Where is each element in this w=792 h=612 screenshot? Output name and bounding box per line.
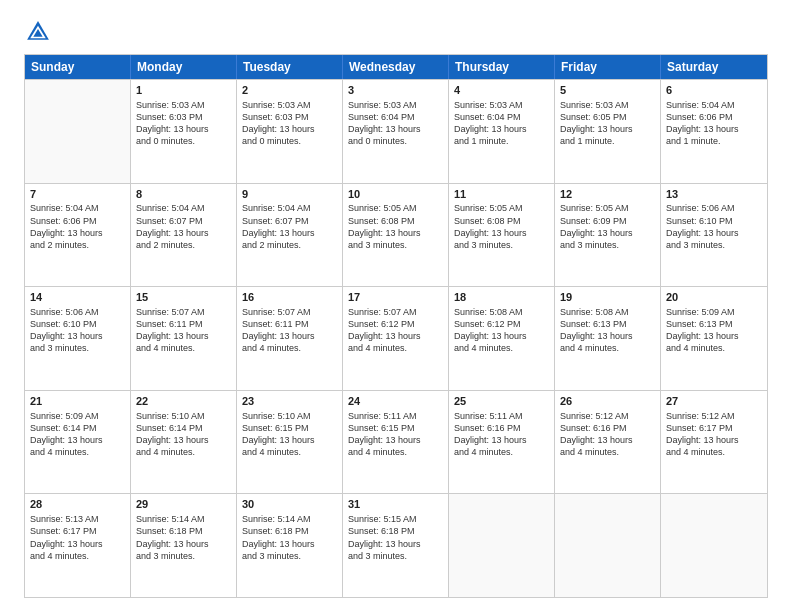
cell-line: and 4 minutes. <box>136 342 231 354</box>
calendar-cell-0-2: 2Sunrise: 5:03 AMSunset: 6:03 PMDaylight… <box>237 80 343 183</box>
cell-line: Sunrise: 5:03 AM <box>454 99 549 111</box>
cell-line: Sunset: 6:15 PM <box>348 422 443 434</box>
cell-line: Sunset: 6:12 PM <box>348 318 443 330</box>
calendar-row-4: 28Sunrise: 5:13 AMSunset: 6:17 PMDayligh… <box>25 493 767 597</box>
cell-line: and 4 minutes. <box>30 446 125 458</box>
cell-line: Daylight: 13 hours <box>348 434 443 446</box>
cell-line: and 4 minutes. <box>30 550 125 562</box>
calendar-row-1: 7Sunrise: 5:04 AMSunset: 6:06 PMDaylight… <box>25 183 767 287</box>
cell-line: Sunrise: 5:04 AM <box>242 202 337 214</box>
calendar-cell-4-3: 31Sunrise: 5:15 AMSunset: 6:18 PMDayligh… <box>343 494 449 597</box>
cell-line: Sunrise: 5:04 AM <box>666 99 762 111</box>
cell-line: Sunset: 6:08 PM <box>348 215 443 227</box>
cell-line: Sunset: 6:04 PM <box>454 111 549 123</box>
cell-line: Sunset: 6:06 PM <box>666 111 762 123</box>
calendar-header: SundayMondayTuesdayWednesdayThursdayFrid… <box>25 55 767 79</box>
cell-line: Sunrise: 5:12 AM <box>666 410 762 422</box>
cell-line: Daylight: 13 hours <box>242 227 337 239</box>
header-day-monday: Monday <box>131 55 237 79</box>
cell-line: and 1 minute. <box>454 135 549 147</box>
cell-line: and 2 minutes. <box>30 239 125 251</box>
cell-line: Sunset: 6:04 PM <box>348 111 443 123</box>
day-number: 28 <box>30 497 125 512</box>
cell-line: and 4 minutes. <box>136 446 231 458</box>
day-number: 18 <box>454 290 549 305</box>
cell-line: and 4 minutes. <box>666 446 762 458</box>
day-number: 6 <box>666 83 762 98</box>
day-number: 3 <box>348 83 443 98</box>
cell-line: Daylight: 13 hours <box>666 330 762 342</box>
cell-line: Sunrise: 5:15 AM <box>348 513 443 525</box>
cell-line: Daylight: 13 hours <box>454 227 549 239</box>
day-number: 17 <box>348 290 443 305</box>
cell-line: and 4 minutes. <box>348 446 443 458</box>
day-number: 23 <box>242 394 337 409</box>
calendar-cell-3-3: 24Sunrise: 5:11 AMSunset: 6:15 PMDayligh… <box>343 391 449 494</box>
calendar-cell-0-3: 3Sunrise: 5:03 AMSunset: 6:04 PMDaylight… <box>343 80 449 183</box>
day-number: 5 <box>560 83 655 98</box>
calendar-cell-4-2: 30Sunrise: 5:14 AMSunset: 6:18 PMDayligh… <box>237 494 343 597</box>
day-number: 19 <box>560 290 655 305</box>
cell-line: Sunrise: 5:04 AM <box>30 202 125 214</box>
day-number: 1 <box>136 83 231 98</box>
calendar-cell-4-4 <box>449 494 555 597</box>
cell-line: and 4 minutes. <box>454 446 549 458</box>
calendar-cell-0-6: 6Sunrise: 5:04 AMSunset: 6:06 PMDaylight… <box>661 80 767 183</box>
cell-line: Daylight: 13 hours <box>136 538 231 550</box>
cell-line: Sunrise: 5:11 AM <box>454 410 549 422</box>
cell-line: Sunrise: 5:07 AM <box>136 306 231 318</box>
day-number: 9 <box>242 187 337 202</box>
day-number: 22 <box>136 394 231 409</box>
cell-line: and 2 minutes. <box>136 239 231 251</box>
cell-line: Sunset: 6:18 PM <box>136 525 231 537</box>
cell-line: Daylight: 13 hours <box>242 434 337 446</box>
cell-line: Sunset: 6:16 PM <box>560 422 655 434</box>
cell-line: Daylight: 13 hours <box>560 434 655 446</box>
cell-line: and 4 minutes. <box>348 342 443 354</box>
cell-line: Daylight: 13 hours <box>560 330 655 342</box>
calendar-cell-4-6 <box>661 494 767 597</box>
cell-line: Sunset: 6:10 PM <box>666 215 762 227</box>
logo-icon <box>24 18 52 46</box>
calendar-cell-4-1: 29Sunrise: 5:14 AMSunset: 6:18 PMDayligh… <box>131 494 237 597</box>
cell-line: Sunrise: 5:06 AM <box>666 202 762 214</box>
calendar-cell-1-6: 13Sunrise: 5:06 AMSunset: 6:10 PMDayligh… <box>661 184 767 287</box>
cell-line: Daylight: 13 hours <box>242 330 337 342</box>
cell-line: Sunrise: 5:14 AM <box>242 513 337 525</box>
cell-line: Sunrise: 5:11 AM <box>348 410 443 422</box>
cell-line: Daylight: 13 hours <box>560 123 655 135</box>
cell-line: Daylight: 13 hours <box>560 227 655 239</box>
logo <box>24 18 56 46</box>
cell-line: Daylight: 13 hours <box>454 434 549 446</box>
day-number: 14 <box>30 290 125 305</box>
cell-line: Sunset: 6:18 PM <box>242 525 337 537</box>
cell-line: Sunrise: 5:10 AM <box>136 410 231 422</box>
cell-line: Daylight: 13 hours <box>30 330 125 342</box>
calendar: SundayMondayTuesdayWednesdayThursdayFrid… <box>24 54 768 598</box>
day-number: 4 <box>454 83 549 98</box>
calendar-cell-2-5: 19Sunrise: 5:08 AMSunset: 6:13 PMDayligh… <box>555 287 661 390</box>
cell-line: and 4 minutes. <box>666 342 762 354</box>
day-number: 26 <box>560 394 655 409</box>
page: SundayMondayTuesdayWednesdayThursdayFrid… <box>0 0 792 612</box>
cell-line: Sunset: 6:09 PM <box>560 215 655 227</box>
cell-line: and 0 minutes. <box>348 135 443 147</box>
calendar-cell-2-2: 16Sunrise: 5:07 AMSunset: 6:11 PMDayligh… <box>237 287 343 390</box>
cell-line: Daylight: 13 hours <box>348 123 443 135</box>
day-number: 15 <box>136 290 231 305</box>
day-number: 20 <box>666 290 762 305</box>
cell-line: Sunrise: 5:03 AM <box>560 99 655 111</box>
calendar-cell-2-6: 20Sunrise: 5:09 AMSunset: 6:13 PMDayligh… <box>661 287 767 390</box>
cell-line: Daylight: 13 hours <box>30 434 125 446</box>
day-number: 27 <box>666 394 762 409</box>
cell-line: Sunrise: 5:04 AM <box>136 202 231 214</box>
header-day-friday: Friday <box>555 55 661 79</box>
cell-line: Sunrise: 5:12 AM <box>560 410 655 422</box>
cell-line: Sunset: 6:14 PM <box>136 422 231 434</box>
day-number: 10 <box>348 187 443 202</box>
cell-line: Sunrise: 5:14 AM <box>136 513 231 525</box>
cell-line: and 3 minutes. <box>242 550 337 562</box>
cell-line: Sunrise: 5:09 AM <box>30 410 125 422</box>
cell-line: Sunset: 6:07 PM <box>242 215 337 227</box>
cell-line: Daylight: 13 hours <box>242 538 337 550</box>
